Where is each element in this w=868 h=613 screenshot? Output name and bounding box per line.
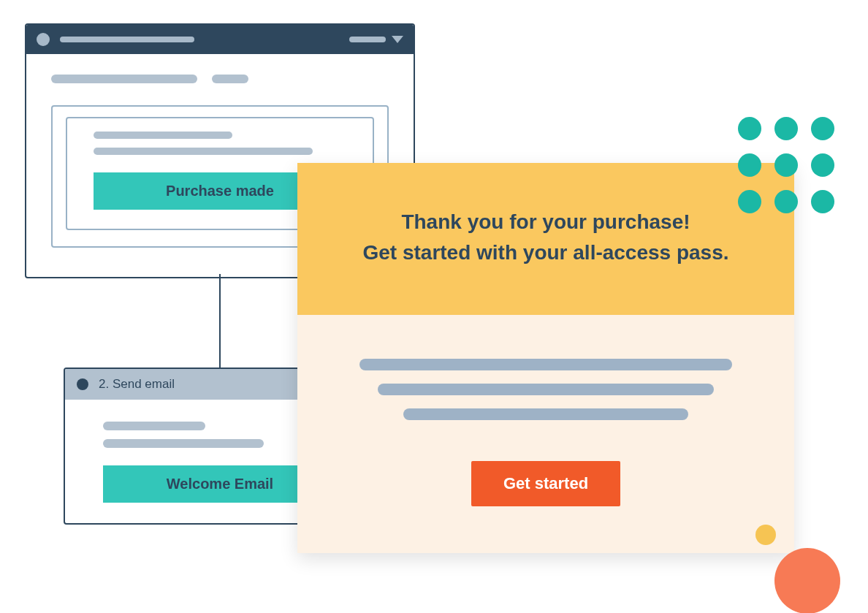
workflow-connector-line [219, 274, 221, 369]
window-control-dot [37, 33, 50, 46]
placeholder-line [212, 75, 248, 83]
grid-dot-icon [774, 153, 798, 177]
workflow-step-label: 2. Send email [99, 377, 175, 392]
email-body: Get started [297, 315, 794, 553]
chevron-down-icon[interactable] [392, 36, 403, 43]
title-bar-placeholder [60, 37, 194, 42]
email-heading-line-1: Thank you for your purchase! [327, 207, 765, 237]
step-indicator-dot [77, 378, 88, 390]
grid-dot-icon [738, 153, 761, 177]
decorative-large-orange-dot-icon [774, 548, 840, 613]
grid-dot-icon [774, 190, 798, 213]
grid-dot-icon [811, 153, 834, 177]
email-heading-line-2: Get started with your all-access pass. [327, 237, 765, 268]
email-preview-card: Thank you for your purchase! Get started… [297, 163, 794, 553]
placeholder-line [359, 359, 732, 370]
placeholder-line [51, 75, 197, 83]
decorative-small-yellow-dot-icon [755, 525, 776, 545]
placeholder-line [94, 132, 232, 139]
placeholder-line [103, 422, 205, 430]
placeholder-line [103, 439, 264, 448]
email-header: Thank you for your purchase! Get started… [297, 163, 794, 315]
decorative-dot-grid [738, 117, 834, 213]
placeholder-line [94, 148, 313, 155]
window-title-bar [26, 25, 414, 54]
get-started-button[interactable]: Get started [471, 461, 620, 506]
grid-dot-icon [738, 190, 761, 213]
placeholder-line [403, 408, 688, 420]
grid-dot-icon [774, 117, 798, 140]
grid-dot-icon [738, 117, 761, 140]
grid-dot-icon [811, 117, 834, 140]
grid-dot-icon [811, 190, 834, 213]
placeholder-line [378, 384, 714, 395]
title-bar-menu-placeholder [349, 37, 386, 42]
